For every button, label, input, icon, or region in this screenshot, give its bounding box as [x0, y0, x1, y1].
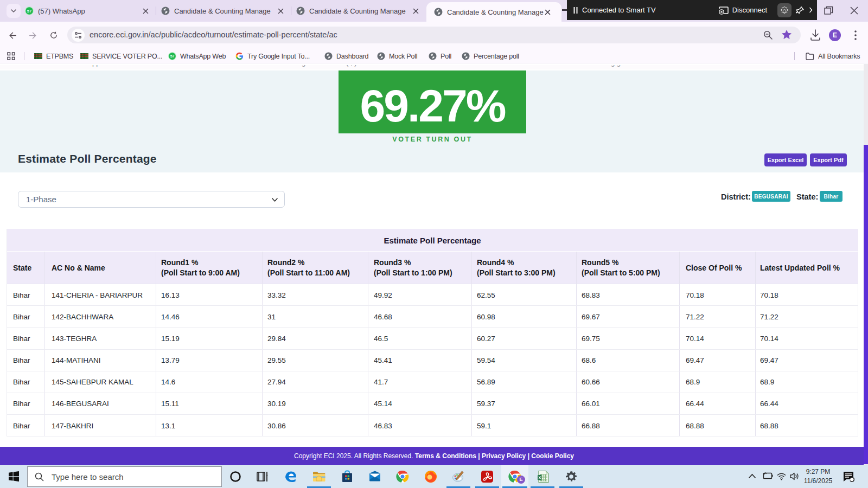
svg-text:57: 57 — [27, 9, 31, 14]
svg-text:57: 57 — [170, 54, 175, 58]
